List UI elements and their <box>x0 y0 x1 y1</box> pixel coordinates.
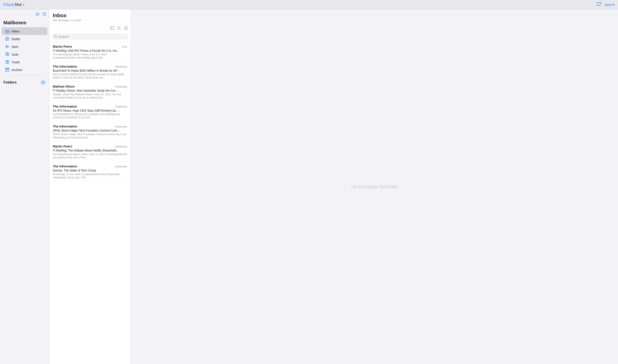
message-preview: Greetings, In our most comprehensive (an… <box>53 173 127 179</box>
inbox-subtitle: 596 messages, 0 unread <box>53 19 127 22</box>
add-folder-button[interactable] <box>40 80 46 85</box>
message-header: The Information Yesterday <box>53 104 127 108</box>
svg-point-24 <box>118 26 120 29</box>
message-list: Martin Peers 3:02 TI Briefing: Didi IPO … <box>49 42 131 364</box>
message-item[interactable]: The Information Yesterday BuzzFeed To Ra… <box>49 62 131 82</box>
refresh-icon[interactable] <box>42 12 47 17</box>
svg-rect-9 <box>6 53 9 56</box>
message-item[interactable]: The Information Yesterday As IPO Nears, … <box>49 102 131 122</box>
message-sender: The Information <box>53 104 77 108</box>
sidebar-item-archive[interactable]: Archive <box>2 66 47 74</box>
message-item[interactable]: Mathew Olson Yesterday TI Reality Check:… <box>49 82 131 102</box>
svg-line-25 <box>120 29 121 30</box>
message-subject: BuzzFeed To Raise $200 Million in Bonds … <box>53 69 127 72</box>
sidebar-item-inbox[interactable]: Inbox <box>2 27 47 35</box>
sent-icon <box>5 44 9 49</box>
message-header: The Information Yesterday <box>53 65 127 68</box>
message-detail: No Message Selected <box>131 9 618 364</box>
split-view-icon[interactable] <box>110 26 114 31</box>
svg-rect-5 <box>6 30 9 33</box>
sidebar-divider <box>3 75 46 76</box>
search-toggle-icon[interactable] <box>117 26 121 31</box>
icloud-label: iCloud <box>3 2 14 7</box>
message-list-header: Inbox 596 messages, 0 unread <box>49 9 131 24</box>
message-subject: Survey: The State of Tech Comp <box>53 169 127 172</box>
user-name: Sami <box>605 3 612 6</box>
message-item[interactable]: Martin Peers Yesterday TI Briefing: The … <box>49 142 131 162</box>
message-preview: The Briefing By Martin Peers June 9, 202… <box>53 153 127 159</box>
folders-title: Folders <box>3 80 16 85</box>
search-bar <box>49 32 131 42</box>
message-header: Mathew Olson Yesterday <box>53 85 127 88</box>
message-time: Yesterday <box>115 105 127 108</box>
inbox-icon <box>5 29 9 33</box>
message-subject: TI Briefing: The Debate About Netflix Sh… <box>53 149 127 152</box>
message-list-toolbar <box>49 24 131 32</box>
message-preview: The Briefing By Martin Peers June 10, 20… <box>53 53 127 59</box>
sidebar-item-drafts[interactable]: Drafts <box>2 35 47 43</box>
message-subject: SPAC Boom Helps Tech Founders Cement Con… <box>53 129 127 132</box>
message-preview: Reality Check By Mathew Olson June 10, 2… <box>53 93 127 99</box>
message-subject: TI Reality Check: How Scientists Study t… <box>53 89 127 92</box>
message-header: The Information Yesterday <box>53 164 127 168</box>
main-layout: Mailboxes Inbox Drafts <box>0 9 618 364</box>
message-sender: The Information <box>53 125 77 128</box>
message-time: Yesterday <box>115 65 127 68</box>
message-time: Yesterday <box>115 85 127 88</box>
message-preview: AUTONOMOUS VEHICLES SUMMIT AUTONOMOUS VE… <box>53 113 127 119</box>
message-time: 3:02 <box>122 45 127 48</box>
inbox-label: Inbox <box>12 29 20 33</box>
folders-section: Folders <box>0 77 49 86</box>
mailboxes-title: Mailboxes <box>0 19 49 27</box>
search-icon <box>54 35 57 39</box>
svg-point-4 <box>37 13 38 15</box>
sidebar: Mailboxes Inbox Drafts <box>0 9 49 364</box>
message-sender: Martin Peers <box>53 45 72 48</box>
user-menu-button[interactable]: Sami ▾ <box>605 3 615 7</box>
sidebar-item-junk[interactable]: Junk <box>2 51 47 58</box>
no-message-selected-text: No Message Selected <box>351 184 397 190</box>
archive-label: Archive <box>12 68 22 72</box>
filter-icon[interactable] <box>124 26 128 31</box>
sidebar-item-sent[interactable]: Sent <box>2 43 47 51</box>
message-sender: Martin Peers <box>53 144 72 148</box>
message-sender: The Information <box>53 65 77 68</box>
svg-rect-13 <box>6 61 9 64</box>
svg-rect-22 <box>110 26 114 30</box>
message-sender: The Information <box>53 164 77 168</box>
drafts-icon <box>5 37 9 41</box>
top-bar-left: iCloud Mail ▾ <box>3 2 25 7</box>
settings-icon[interactable] <box>35 12 40 17</box>
archive-icon <box>5 68 9 72</box>
search-input-wrapper <box>52 33 128 40</box>
user-chevron: ▾ <box>613 3 615 6</box>
trash-icon <box>5 60 9 64</box>
message-item[interactable]: Martin Peers 3:02 TI Briefing: Didi IPO … <box>49 42 131 62</box>
drafts-label: Drafts <box>12 37 20 41</box>
message-sender: Mathew Olson <box>53 85 75 88</box>
message-time: Yesterday <box>115 125 127 128</box>
sidebar-item-trash[interactable]: Trash <box>2 58 47 66</box>
top-bar: iCloud Mail ▾ Sami ▾ <box>0 0 618 9</box>
mail-label: Mail <box>15 2 22 7</box>
trash-label: Trash <box>12 60 20 64</box>
compose-button[interactable] <box>596 2 601 7</box>
top-bar-right: Sami ▾ <box>596 2 615 7</box>
search-input[interactable] <box>58 35 126 39</box>
message-item[interactable]: The Information Yesterday Survey: The St… <box>49 162 131 182</box>
sidebar-header <box>0 11 49 19</box>
app-chevron[interactable]: ▾ <box>23 3 25 6</box>
message-preview: EXCLUSIVE MEDIA/TELECOM BuzzFeed To Rais… <box>53 73 127 79</box>
svg-line-31 <box>56 37 57 38</box>
app-title: iCloud Mail ▾ <box>3 2 25 7</box>
message-preview: SPAC Boom Helps Tech Founders Cement Con… <box>53 133 127 139</box>
message-item[interactable]: The Information Yesterday SPAC Boom Help… <box>49 122 131 142</box>
message-header: Martin Peers Yesterday <box>53 144 127 148</box>
message-header: Martin Peers 3:02 <box>53 45 127 48</box>
junk-icon <box>5 52 9 56</box>
message-subject: TI Briefing: Didi IPO Poses a Puzzle for… <box>53 49 127 52</box>
folders-header: Folders <box>3 80 46 85</box>
message-time: Yesterday <box>115 165 127 168</box>
junk-label: Junk <box>12 52 18 56</box>
svg-rect-10 <box>7 53 8 53</box>
